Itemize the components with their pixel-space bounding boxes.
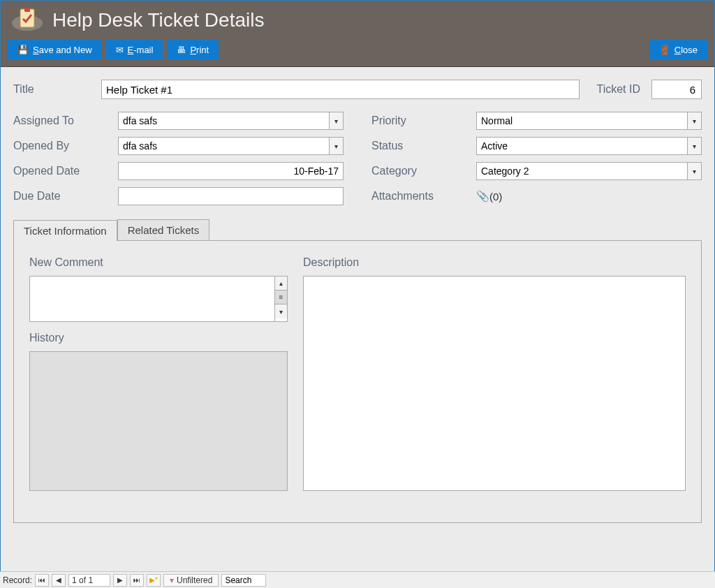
attachments-count: (0) bbox=[489, 191, 502, 203]
mnemonic: C bbox=[675, 45, 681, 55]
new-comment-textarea[interactable] bbox=[30, 277, 274, 321]
scroll-up-icon[interactable]: ▴ bbox=[275, 277, 287, 291]
assigned-to-input[interactable] bbox=[119, 112, 329, 129]
btn-text: ave and New bbox=[39, 45, 92, 55]
filter-label: Unfiltered bbox=[177, 575, 212, 585]
tab-panel: New Comment ▴ ≡ ▾ History Description bbox=[13, 240, 702, 523]
record-label: Record: bbox=[3, 575, 32, 585]
status-combo[interactable]: ▾ bbox=[476, 137, 702, 155]
status-input[interactable] bbox=[477, 138, 687, 154]
title-label: Title bbox=[13, 83, 90, 96]
record-position[interactable]: 1 of 1 bbox=[68, 574, 110, 587]
due-date-label: Due Date bbox=[13, 190, 118, 203]
category-input[interactable] bbox=[477, 163, 687, 179]
scroll-handle[interactable]: ≡ bbox=[275, 291, 287, 304]
mnemonic: S bbox=[33, 45, 39, 55]
comment-scroll: ▴ ≡ ▾ bbox=[274, 277, 287, 321]
nav-first-button[interactable]: ⏮ bbox=[35, 574, 49, 587]
chevron-down-icon[interactable]: ▾ bbox=[687, 163, 701, 179]
print-icon: 🖶 bbox=[177, 45, 186, 54]
print-button[interactable]: 🖶 Print bbox=[167, 40, 219, 59]
category-combo[interactable]: ▾ bbox=[476, 162, 702, 180]
close-button[interactable]: 🚪 Close bbox=[649, 40, 707, 59]
opened-date-field[interactable] bbox=[118, 162, 344, 180]
nav-prev-button[interactable]: ◀ bbox=[52, 574, 66, 587]
nav-last-button[interactable]: ⏭ bbox=[130, 574, 144, 587]
assigned-to-combo[interactable]: ▾ bbox=[118, 112, 344, 130]
opened-by-combo[interactable]: ▾ bbox=[118, 137, 344, 155]
btn-text: rint bbox=[196, 45, 209, 55]
form-area: Title Ticket ID Assigned To ▾ Opened By … bbox=[1, 67, 714, 219]
status-label: Status bbox=[371, 140, 476, 152]
title-field[interactable] bbox=[101, 80, 580, 99]
email-icon: ✉ bbox=[116, 45, 124, 54]
nav-next-button[interactable]: ▶ bbox=[113, 574, 127, 587]
attachments-label: Attachments bbox=[371, 190, 476, 203]
app-icon bbox=[10, 8, 44, 33]
chevron-down-icon[interactable]: ▾ bbox=[329, 138, 343, 154]
close-icon: 🚪 bbox=[659, 45, 670, 54]
record-navigator: Record: ⏮ ◀ 1 of 1 ▶ ⏭ ▶* ▾ Unfiltered bbox=[0, 571, 715, 588]
ticket-id-field[interactable] bbox=[651, 80, 702, 99]
opened-by-label: Opened By bbox=[13, 140, 118, 152]
page-title: Help Desk Ticket Details bbox=[52, 9, 264, 31]
mnemonic: E bbox=[128, 45, 134, 55]
chevron-down-icon[interactable]: ▾ bbox=[687, 138, 701, 154]
paperclip-icon: 📎 bbox=[476, 190, 489, 203]
nav-new-button[interactable]: ▶* bbox=[147, 574, 161, 587]
ticket-id-label: Ticket ID bbox=[596, 83, 640, 96]
opened-by-input[interactable] bbox=[119, 138, 329, 154]
tabs-wrap: Ticket Information Related Tickets New C… bbox=[1, 219, 714, 536]
filter-icon: ▾ bbox=[170, 575, 174, 585]
header: Help Desk Ticket Details 💾 Save and New … bbox=[1, 1, 714, 67]
priority-label: Priority bbox=[371, 115, 476, 127]
new-comment-label: New Comment bbox=[29, 256, 288, 269]
scroll-down-icon[interactable]: ▾ bbox=[275, 304, 287, 318]
save-and-new-button[interactable]: 💾 Save and New bbox=[8, 40, 102, 59]
email-button[interactable]: ✉ E-mail bbox=[106, 40, 163, 59]
new-comment-box: ▴ ≡ ▾ bbox=[29, 276, 288, 322]
priority-input[interactable] bbox=[477, 112, 687, 129]
opened-date-label: Opened Date bbox=[13, 165, 118, 177]
chevron-down-icon[interactable]: ▾ bbox=[329, 112, 343, 129]
tab-related-tickets[interactable]: Related Tickets bbox=[117, 219, 210, 240]
assigned-to-label: Assigned To bbox=[13, 115, 118, 127]
search-input[interactable] bbox=[221, 574, 266, 587]
history-box bbox=[29, 351, 288, 491]
category-label: Category bbox=[371, 165, 476, 177]
description-label: Description bbox=[303, 256, 686, 269]
svg-rect-2 bbox=[24, 8, 30, 12]
description-box[interactable] bbox=[303, 276, 686, 491]
save-new-icon: 💾 bbox=[17, 45, 29, 54]
chevron-down-icon[interactable]: ▾ bbox=[687, 112, 701, 129]
priority-combo[interactable]: ▾ bbox=[476, 112, 702, 130]
btn-text: lose bbox=[681, 45, 698, 55]
mnemonic: P bbox=[190, 45, 196, 55]
attachments-control[interactable]: 📎(0) bbox=[476, 190, 702, 203]
filter-button[interactable]: ▾ Unfiltered bbox=[163, 574, 219, 587]
tab-ticket-information[interactable]: Ticket Information bbox=[13, 220, 117, 241]
btn-text: -mail bbox=[133, 45, 153, 55]
due-date-field[interactable] bbox=[118, 187, 344, 205]
history-label: History bbox=[29, 332, 288, 344]
